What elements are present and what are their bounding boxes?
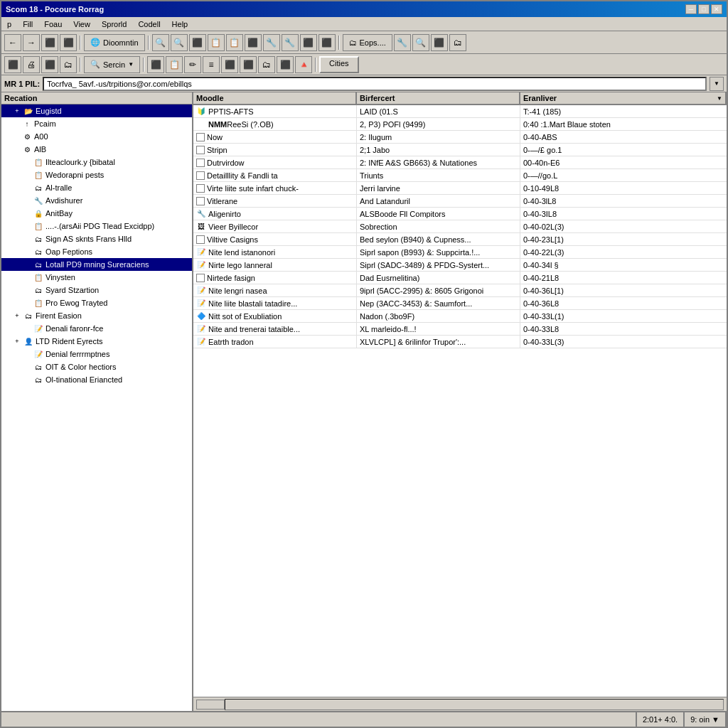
- sidebar-item[interactable]: +👤LTD Rident Eyrects: [1, 335, 192, 348]
- address-btn[interactable]: 🌐 Dioomntin: [84, 34, 145, 51]
- tb2-btn-12[interactable]: ⬛: [277, 56, 294, 73]
- row-checkbox[interactable]: [196, 171, 205, 180]
- sidebar-item[interactable]: ↑Pcaim: [1, 117, 192, 130]
- menu-p[interactable]: p: [4, 19, 14, 29]
- tb2-btn-13[interactable]: 🔺: [295, 56, 312, 73]
- table-row[interactable]: VitleraneAnd Latanduril0-40-3lL8: [193, 195, 727, 208]
- icon-btn-4[interactable]: 🔍: [171, 34, 188, 51]
- icon-btn-14[interactable]: 🔍: [412, 34, 429, 51]
- sidebar-item[interactable]: +📂Eugistd: [1, 105, 192, 117]
- eops-btn[interactable]: 🗂 Eops....: [343, 34, 392, 51]
- menu-help[interactable]: Help: [169, 19, 191, 29]
- tb2-btn-5[interactable]: ⬛: [147, 56, 164, 73]
- table-row[interactable]: 📝Nite liite blastali tatadire...Nep (3AC…: [193, 297, 727, 310]
- row-checkbox[interactable]: [196, 235, 205, 244]
- row-checkbox[interactable]: [196, 159, 205, 167]
- tb2-btn-1[interactable]: ⬛: [4, 56, 21, 73]
- maximize-button[interactable]: □: [698, 4, 710, 14]
- icon-btn-9[interactable]: 🔧: [263, 34, 280, 51]
- col-header-moodle[interactable]: Moodle: [193, 92, 357, 104]
- sidebar-item[interactable]: 📝Denial ferrrmptnes: [1, 348, 192, 360]
- table-row[interactable]: Viltive CasignsBed seylon (B940) & Cupne…: [193, 233, 727, 246]
- table-row[interactable]: Detailllity & Fandli taTriunts0-—//go.L: [193, 169, 727, 182]
- menu-codell[interactable]: Codell: [135, 19, 163, 29]
- tree-expand-icon[interactable]: +: [13, 337, 21, 346]
- sidebar-item[interactable]: 🔧Avdishurer: [1, 194, 192, 207]
- cities-button[interactable]: Cities: [319, 56, 359, 73]
- status-right[interactable]: 9: oin ▼: [685, 712, 727, 727]
- sidebar-item[interactable]: 📋....-.(arsAii PDG Tlead Excidpp): [1, 220, 192, 232]
- icon-btn-1[interactable]: ⬛: [41, 34, 58, 51]
- icon-btn-3[interactable]: 🔍: [152, 34, 169, 51]
- minimize-button[interactable]: ─: [685, 4, 697, 14]
- sidebar-item[interactable]: 🗂Ol-tinational Eriancted: [1, 373, 192, 386]
- icon-btn-11[interactable]: ⬛: [300, 34, 317, 51]
- tb2-btn-9[interactable]: ⬛: [221, 56, 238, 73]
- sidebar-item[interactable]: 🗂OIT & Color hectiors: [1, 360, 192, 373]
- table-row[interactable]: 📝Nite lend istanonoriSiprl sapon (B993) …: [193, 246, 727, 259]
- icon-btn-8[interactable]: ⬛: [245, 34, 262, 51]
- table-row[interactable]: 🔰PPTIS-AFTSLAID (01.ST:-41 (185): [193, 105, 727, 118]
- table-row[interactable]: 📝Eatrth tradonXLVLCPL] & 6rilinfor Trupo…: [193, 336, 727, 348]
- table-row[interactable]: 📝Nite lengri nasea9iprl (5ACC-2995) &: 8…: [193, 284, 727, 297]
- table-row[interactable]: Dutrvirdow2: INfE A&S GB663) & Nutatione…: [193, 156, 727, 169]
- tb2-btn-7[interactable]: ✏: [184, 56, 201, 73]
- menu-foau[interactable]: Foau: [41, 19, 65, 29]
- row-checkbox[interactable]: [196, 274, 205, 282]
- back-button[interactable]: ←: [4, 34, 21, 51]
- scrollbar-thumb[interactable]: [196, 700, 225, 710]
- sidebar-item[interactable]: 🗂Lotall PD9 mning Sureraciens: [1, 258, 192, 271]
- sidebar-item[interactable]: 📋Pro Ewog Trayted: [1, 296, 192, 309]
- row-checkbox[interactable]: [196, 133, 205, 141]
- sidebar-item[interactable]: 📋Wedorapni pests: [1, 168, 192, 181]
- sidebar-item[interactable]: 📋Ilteaclourk.y {bibatal: [1, 156, 192, 168]
- close-button[interactable]: ✕: [711, 4, 722, 14]
- icon-btn-10[interactable]: 🔧: [282, 34, 299, 51]
- tree-expand-icon[interactable]: +: [13, 107, 21, 115]
- sidebar-item[interactable]: ⚙A00: [1, 130, 192, 143]
- sidebar-item[interactable]: +🗂Firent Easion: [1, 309, 192, 322]
- h-scrollbar[interactable]: [193, 697, 727, 711]
- table-row[interactable]: Nirtede fasignDad Eusrnelitina)0-40-21L8: [193, 272, 727, 284]
- search-btn[interactable]: 🔍 Sercin ▼: [84, 56, 140, 73]
- table-row[interactable]: 🔧AligenirtoALSBoode Fll Compitors0-40-3I…: [193, 208, 727, 220]
- table-row[interactable]: NMM ReeSi (?.OB)2, P3) POFl (9499)0:40 :…: [193, 118, 727, 131]
- icon-btn-12[interactable]: ⬛: [318, 34, 336, 51]
- sidebar-item[interactable]: ⚙AlB: [1, 143, 192, 156]
- row-checkbox[interactable]: [196, 197, 205, 205]
- sidebar-item[interactable]: 🗂Syard Stzartion: [1, 284, 192, 296]
- tb2-btn-8[interactable]: ≡: [203, 56, 220, 73]
- col-header-birfercert[interactable]: Birfercert: [357, 92, 520, 104]
- tb2-btn-11[interactable]: 🗂: [258, 56, 275, 73]
- menu-sprorld[interactable]: Sprorld: [99, 19, 129, 29]
- icon-btn-16[interactable]: 🗂: [449, 34, 466, 51]
- sidebar-item[interactable]: 🔒AnitBay: [1, 207, 192, 220]
- sidebar-item[interactable]: 📋Vinysten: [1, 271, 192, 284]
- row-checkbox[interactable]: [196, 184, 205, 193]
- icon-btn-15[interactable]: ⬛: [431, 34, 448, 51]
- icon-btn-5[interactable]: ⬛: [189, 34, 206, 51]
- sidebar-item[interactable]: 🗂Al-tralle: [1, 181, 192, 194]
- tb2-btn-4[interactable]: 🗂: [60, 56, 77, 73]
- table-row[interactable]: 🖼Vieer ByillecorSobrection0-40-02L(3): [193, 220, 727, 233]
- table-row[interactable]: 🔷Nitt sot of ExubliationNadon (.3bo9F)0-…: [193, 310, 727, 323]
- scrollbar-track[interactable]: [225, 699, 724, 710]
- tb2-btn-10[interactable]: ⬛: [240, 56, 257, 73]
- menu-view[interactable]: View: [70, 19, 93, 29]
- forward-button[interactable]: →: [23, 34, 40, 51]
- col-header-eranliver[interactable]: Eranliver ▼: [520, 92, 727, 104]
- icon-btn-2[interactable]: ⬛: [60, 34, 77, 51]
- menu-fill[interactable]: Fill: [20, 19, 36, 29]
- table-row[interactable]: Virte liite sute infart chuck-Jerri larv…: [193, 182, 727, 195]
- address-dropdown-btn[interactable]: ▼: [710, 77, 724, 91]
- sidebar-item[interactable]: 📝Denali faronr-fce: [1, 322, 192, 335]
- tb2-btn-3[interactable]: ⬛: [41, 56, 58, 73]
- row-checkbox[interactable]: [196, 146, 205, 154]
- icon-btn-6[interactable]: 📋: [208, 34, 225, 51]
- icon-btn-13[interactable]: 🔧: [394, 34, 411, 51]
- table-row[interactable]: 📝Nite and trenerai tataible...XL marleid…: [193, 323, 727, 336]
- table-row[interactable]: Stripn2;1 Jabo0-—/£ go.1: [193, 144, 727, 156]
- tree-expand-icon[interactable]: +: [13, 311, 21, 320]
- address-input[interactable]: [43, 77, 707, 91]
- icon-btn-7[interactable]: 📋: [226, 34, 243, 51]
